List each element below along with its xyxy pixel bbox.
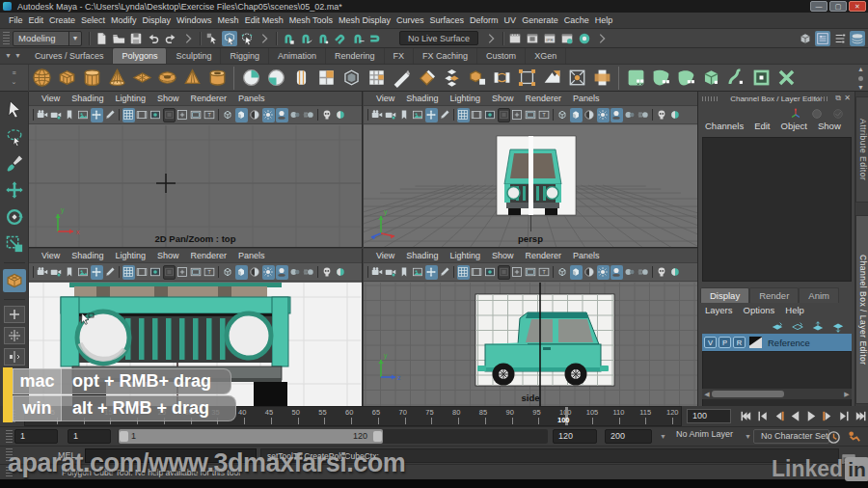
poly-cone-icon[interactable] (105, 67, 128, 90)
le-menu-layers[interactable]: Layers (705, 305, 733, 315)
menu-uv[interactable]: UV (504, 15, 517, 25)
layer-editor-tab-display[interactable]: Display (700, 287, 749, 303)
layer-new-icon[interactable] (770, 319, 785, 335)
panel-grip[interactable] (702, 96, 719, 101)
cb-menu-edit[interactable]: Edit (754, 121, 770, 131)
ao-icon[interactable] (289, 265, 302, 280)
film-gate-icon[interactable] (136, 265, 149, 280)
shaded-cube-icon[interactable] (235, 265, 248, 280)
vp-menu-panels[interactable]: Panels (573, 94, 600, 103)
le-menu-options[interactable]: Options (744, 305, 775, 315)
sep-arrow-icon[interactable] (483, 31, 499, 46)
layer-move-down-icon[interactable] (830, 319, 846, 335)
ao-icon[interactable] (624, 265, 637, 280)
shelf-tab-rigging[interactable]: Rigging (221, 48, 269, 64)
layer-row-reference[interactable]: V P R Reference (702, 334, 852, 351)
xray-icon[interactable] (656, 108, 668, 122)
ao-icon[interactable] (624, 108, 637, 122)
vp-menu-panels[interactable]: Panels (573, 251, 600, 260)
sep-arrow-icon[interactable] (257, 31, 272, 46)
camera-attrs-icon[interactable] (50, 108, 63, 122)
cube-extract-icon[interactable] (465, 67, 488, 90)
vp-menu-view[interactable]: View (376, 251, 394, 260)
camera-select-icon[interactable] (371, 108, 384, 122)
motion-blur-icon[interactable] (303, 108, 315, 122)
file-new-icon[interactable] (94, 31, 109, 46)
paint-effects-icon[interactable] (577, 31, 592, 46)
redo-icon[interactable] (163, 31, 178, 46)
layout-four-button[interactable] (4, 327, 25, 344)
close-panel-icon[interactable]: ✕ (844, 94, 851, 102)
curve-warp-icon[interactable] (724, 67, 747, 90)
gate-mask-icon[interactable] (163, 265, 176, 280)
layer-editor-tab-anim[interactable]: Anim (799, 287, 839, 303)
poly-torus-icon[interactable] (155, 67, 178, 90)
pan-zoom-icon[interactable] (425, 108, 438, 122)
tab-channel-box[interactable]: Channel Box / Layer Editor (855, 215, 868, 404)
layer-move-up-icon[interactable] (810, 319, 826, 335)
wire-cube-icon[interactable] (556, 265, 569, 280)
film-gate-icon[interactable] (136, 108, 149, 122)
vp-menu-panels[interactable]: Panels (238, 94, 265, 103)
status-grip[interactable] (3, 32, 10, 45)
vp-menu-show[interactable]: Show (157, 94, 179, 103)
pan-zoom-icon[interactable] (91, 265, 103, 280)
viewport-top-canvas[interactable]: yx 2D Pan/Zoom : top (29, 125, 362, 247)
menu-edit-mesh[interactable]: Edit Mesh (245, 15, 284, 25)
vp-menu-panels[interactable]: Panels (238, 251, 265, 260)
field-chart-icon[interactable] (176, 108, 189, 122)
image-plane-icon[interactable] (412, 265, 424, 280)
anim-prefs-icon[interactable] (846, 429, 861, 445)
xray-icon[interactable] (321, 265, 334, 280)
le-menu-help[interactable]: Help (785, 305, 804, 315)
ao-icon[interactable] (289, 108, 302, 122)
bridge-icon[interactable] (490, 67, 513, 90)
bevel-icon[interactable] (415, 67, 438, 90)
play-back-button[interactable] (787, 408, 802, 423)
poly-pyramid-icon[interactable] (180, 67, 203, 90)
image-plane-icon[interactable] (412, 108, 424, 122)
go-end-button[interactable] (853, 408, 868, 423)
vp-menu-lighting[interactable]: Lighting (449, 94, 480, 103)
shelf-tab-curves-surfaces[interactable]: Curves / Surfaces (26, 48, 114, 64)
shadows-icon[interactable] (276, 108, 288, 122)
lights-icon[interactable] (262, 108, 275, 122)
vp-menu-shading[interactable]: Shading (71, 94, 103, 103)
snap-grid-icon[interactable] (281, 31, 296, 46)
scale-tool[interactable] (3, 232, 26, 256)
render-settings-icon[interactable] (559, 31, 575, 46)
half-shade-icon[interactable] (249, 108, 261, 122)
grid-icon[interactable] (122, 265, 135, 280)
camera-attrs-icon[interactable] (50, 265, 63, 280)
playback-start-field[interactable]: 1 (68, 429, 111, 444)
image-plane-icon[interactable] (77, 108, 90, 122)
poly-cube-icon[interactable] (55, 67, 78, 90)
cb-menu-object[interactable]: Object (781, 121, 807, 131)
res-gate-icon[interactable] (149, 265, 162, 280)
viewport-side[interactable]: ViewShadingLightingShowRendererPanels T … (364, 249, 697, 406)
bookmark-icon[interactable] (64, 265, 76, 280)
maximize-button[interactable]: ▢ (829, 1, 847, 12)
shadows-icon[interactable] (610, 108, 623, 122)
snap-proj-icon[interactable] (333, 31, 348, 46)
layer-editor-tab-render[interactable]: Render (749, 287, 799, 303)
shadows-icon[interactable] (276, 265, 288, 280)
shaded-cube-icon[interactable] (235, 108, 248, 122)
sep-arrow-icon[interactable] (180, 31, 196, 46)
shelf-menu-icon[interactable]: ▼ (5, 52, 12, 59)
step-back-button[interactable] (754, 408, 770, 423)
step-fwd-button[interactable] (836, 408, 852, 423)
res-gate-icon[interactable] (484, 108, 497, 122)
menu-select[interactable]: Select (81, 15, 105, 25)
layer-scrollbar[interactable]: ◀▶ (702, 389, 852, 399)
shelf-tab-fx[interactable]: FX (385, 48, 415, 64)
camera-select-icon[interactable] (371, 265, 384, 280)
safe-title-icon[interactable]: T (203, 265, 216, 280)
vp-menu-renderer[interactable]: Renderer (525, 251, 561, 260)
camera-select-icon[interactable] (37, 108, 49, 122)
shelf-tab-fx-caching[interactable]: FX Caching (414, 48, 477, 64)
target-weld-icon[interactable] (565, 67, 588, 90)
wire-cube-icon[interactable] (222, 108, 234, 122)
attribute-editor-toggle-icon[interactable] (815, 31, 830, 46)
sep-arrow-icon[interactable] (594, 31, 610, 46)
